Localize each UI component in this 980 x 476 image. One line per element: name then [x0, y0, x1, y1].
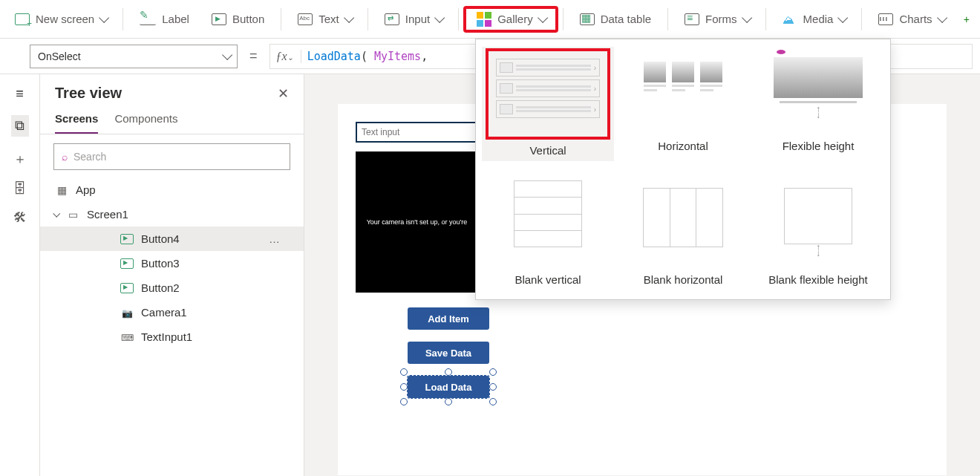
screen-icon: ▭ — [66, 209, 79, 221]
tree-node-button2[interactable]: Button2 — [40, 276, 304, 300]
equals-sign: = — [245, 48, 262, 64]
data-icon[interactable]: 🗄 — [11, 181, 29, 197]
input-icon — [385, 13, 399, 25]
tree-view-icon[interactable]: ⧉ — [11, 115, 29, 137]
gallery-option-flexible[interactable]: ↑↓ Flexible height — [752, 47, 884, 161]
insert-ribbon: New screen Label Button Text Input Gall — [0, 0, 980, 39]
gallery-dropdown: › › › Vertical Horizontal ↑↓ Flexible he… — [475, 39, 891, 300]
tree-node-label: TextInput1 — [141, 330, 192, 343]
forms-button[interactable]: Forms — [674, 8, 760, 30]
blank-flexible-thumb: ↑↓ — [774, 180, 863, 266]
more-icon[interactable]: … — [269, 232, 296, 245]
gallery-option-blank-vertical[interactable]: Blank vertical — [482, 180, 614, 286]
tools-icon[interactable]: 🛠 — [11, 210, 29, 226]
gallery-option-label: Blank vertical — [514, 273, 581, 286]
fx-icon: ƒx⌄ — [276, 50, 301, 63]
media-label: Media — [803, 13, 834, 25]
gallery-option-label: Blank flexible height — [768, 273, 867, 286]
search-icon: ⌕ — [62, 151, 68, 163]
tree-node-label: Button3 — [141, 257, 180, 270]
chevron-down-icon — [434, 12, 445, 22]
button-label: Button — [232, 13, 264, 25]
button-icon — [120, 283, 134, 293]
separator — [667, 8, 668, 30]
text-input-control[interactable] — [356, 122, 478, 143]
label-button[interactable]: Label — [129, 8, 200, 30]
left-rail: ≡ ⧉ ＋ 🗄 🛠 — [0, 74, 40, 476]
tree-node-app[interactable]: ▦ App — [40, 177, 304, 202]
flexible-thumb: ↑↓ — [774, 47, 863, 132]
tree-node-button3[interactable]: Button3 — [40, 251, 304, 276]
selection-handles[interactable] — [405, 373, 492, 401]
gallery-option-horizontal[interactable]: Horizontal — [617, 47, 749, 161]
app-icon: ▦ — [55, 184, 68, 196]
new-screen-icon — [15, 13, 30, 25]
vertical-thumb: › › › — [489, 51, 607, 137]
media-icon — [783, 13, 797, 25]
chevron-down-icon — [99, 12, 109, 22]
close-icon[interactable]: ✕ — [278, 85, 289, 102]
tab-components[interactable]: Components — [114, 108, 177, 134]
separator — [861, 8, 862, 30]
gallery-option-blank-flexible[interactable]: ↑↓ Blank flexible height — [752, 180, 884, 286]
camera-control[interactable]: Your camera isn't set up, or you're — [356, 151, 478, 293]
button-icon — [212, 13, 226, 25]
add-icon[interactable]: + — [958, 13, 976, 25]
label-icon — [140, 13, 156, 25]
tree-node-label: Button2 — [141, 281, 180, 294]
data-table-button[interactable]: Data table — [569, 8, 662, 30]
hamburger-icon[interactable]: ≡ — [11, 86, 29, 102]
gallery-option-label: Blank horizontal — [644, 273, 723, 286]
input-label: Input — [405, 13, 430, 25]
text-button[interactable]: Text — [287, 8, 362, 30]
formula-text: LoadData( MyItems, — [307, 50, 428, 63]
chevron-down-icon — [344, 12, 354, 22]
tree-view-pane: Tree view ✕ Screens Components ⌕ Search … — [40, 74, 304, 476]
chevron-down-icon — [837, 12, 848, 22]
tree-node-camera1[interactable]: Camera1 — [40, 300, 304, 325]
tree-node-label: Camera1 — [141, 306, 187, 319]
tab-screens[interactable]: Screens — [55, 108, 98, 134]
text-icon — [298, 13, 313, 25]
camera-icon — [120, 307, 134, 319]
data-table-icon — [580, 13, 595, 25]
tree-node-screen1[interactable]: ▭ Screen1 — [40, 202, 304, 226]
gallery-option-label: Horizontal — [658, 140, 708, 152]
tree-node-button4[interactable]: Button4 … — [40, 226, 304, 251]
gallery-option-label: Flexible height — [783, 140, 855, 152]
separator — [765, 8, 766, 30]
tree-search-input[interactable]: ⌕ Search — [53, 143, 290, 170]
gallery-button[interactable]: Gallery — [465, 7, 557, 31]
blank-vertical-thumb — [503, 180, 592, 266]
charts-button[interactable]: Charts — [868, 8, 954, 30]
input-button[interactable]: Input — [374, 8, 452, 30]
chevron-down-icon — [222, 49, 232, 59]
button-button[interactable]: Button — [201, 8, 275, 30]
charts-icon — [878, 13, 893, 25]
gallery-label: Gallery — [497, 13, 533, 25]
gallery-icon — [477, 12, 491, 27]
insert-icon[interactable]: ＋ — [11, 150, 29, 168]
forms-label: Forms — [705, 13, 737, 25]
blank-horizontal-thumb — [638, 180, 728, 266]
new-screen-label: New screen — [36, 13, 94, 25]
chevron-down-icon — [538, 12, 548, 22]
tree-node-label: App — [76, 183, 96, 196]
new-screen-button[interactable]: New screen — [4, 8, 117, 30]
tree-node-textinput1[interactable]: TextInput1 — [40, 325, 304, 349]
tree-view-title: Tree view — [55, 85, 122, 102]
button-icon — [120, 234, 134, 244]
chevron-down-icon — [742, 12, 752, 22]
charts-label: Charts — [899, 13, 932, 25]
gallery-option-vertical[interactable]: › › › Vertical — [482, 47, 614, 161]
chevron-down-icon — [937, 12, 947, 22]
property-selector[interactable]: OnSelect — [30, 45, 238, 68]
forms-icon — [685, 13, 699, 25]
gallery-option-blank-horizontal[interactable]: Blank horizontal — [617, 180, 749, 286]
chevron-down-icon — [53, 210, 60, 218]
media-button[interactable]: Media — [772, 8, 856, 30]
add-item-button[interactable]: Add Item — [408, 307, 489, 330]
separator — [458, 8, 459, 30]
text-label: Text — [318, 13, 339, 25]
save-data-button[interactable]: Save Data — [408, 342, 489, 364]
